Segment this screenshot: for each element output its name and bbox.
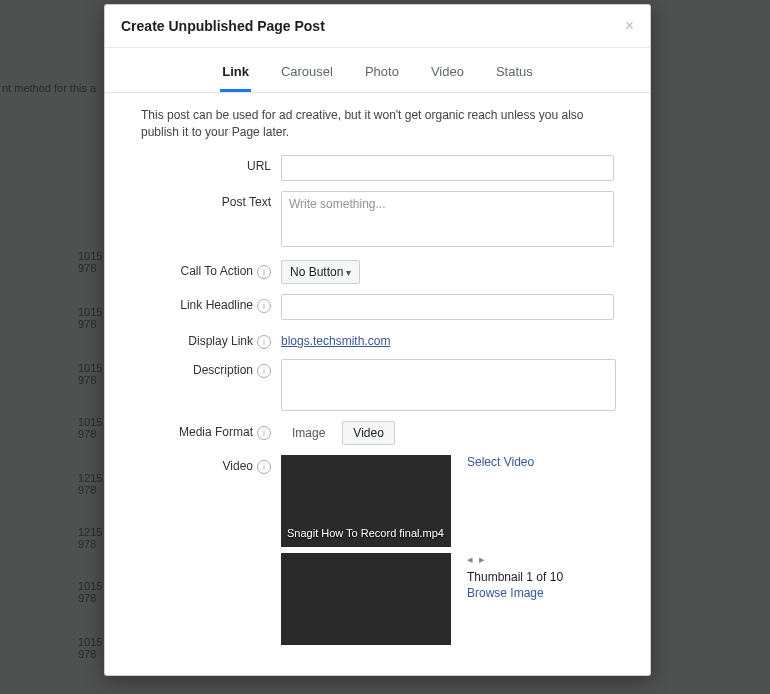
- pager-prev-icon[interactable]: ◂: [467, 553, 473, 566]
- tab-carousel[interactable]: Carousel: [279, 58, 335, 92]
- description-input[interactable]: [281, 359, 616, 411]
- media-tab-image[interactable]: Image: [281, 421, 336, 445]
- cta-dropdown[interactable]: No Button: [281, 260, 360, 284]
- info-icon: i: [257, 299, 271, 313]
- info-icon: i: [257, 335, 271, 349]
- tab-photo[interactable]: Photo: [363, 58, 401, 92]
- info-icon: i: [257, 460, 271, 474]
- modal-header: Create Unpublished Page Post ×: [105, 5, 650, 48]
- video-thumbnail-main[interactable]: Snagit How To Record final.mp4: [281, 455, 451, 547]
- pager-next-icon[interactable]: ▸: [479, 553, 485, 566]
- info-icon: i: [257, 364, 271, 378]
- info-note: This post can be used for ad creative, b…: [141, 107, 614, 141]
- close-icon[interactable]: ×: [625, 17, 634, 35]
- label-media-format: Media Formati: [141, 421, 281, 440]
- video-file-title: Snagit How To Record final.mp4: [287, 526, 444, 540]
- headline-input[interactable]: [281, 294, 614, 320]
- display-link-value[interactable]: blogs.techsmith.com: [281, 334, 390, 348]
- select-video-link[interactable]: Select Video: [467, 455, 534, 469]
- label-headline: Link Headlinei: [141, 294, 281, 313]
- media-tab-video[interactable]: Video: [342, 421, 394, 445]
- info-icon: i: [257, 265, 271, 279]
- post-type-tabs: Link Carousel Photo Video Status: [105, 48, 650, 93]
- tab-link[interactable]: Link: [220, 58, 251, 92]
- label-post-text: Post Text: [141, 191, 281, 209]
- browse-image-link[interactable]: Browse Image: [467, 586, 563, 600]
- label-display-link: Display Linki: [141, 330, 281, 349]
- media-format-tabs: Image Video: [281, 421, 614, 445]
- label-url: URL: [141, 155, 281, 173]
- thumbnail-pager: ◂ ▸: [467, 553, 563, 566]
- thumbnail-counter: Thumbnail 1 of 10: [467, 570, 563, 584]
- label-cta: Call To Actioni: [141, 260, 281, 279]
- url-input[interactable]: [281, 155, 614, 181]
- create-post-modal: Create Unpublished Page Post × Link Caro…: [104, 4, 651, 676]
- label-video: Videoi: [141, 455, 281, 474]
- info-icon: i: [257, 426, 271, 440]
- tab-video[interactable]: Video: [429, 58, 466, 92]
- modal-title: Create Unpublished Page Post: [121, 18, 625, 34]
- label-description: Descriptioni: [141, 359, 281, 378]
- tab-status[interactable]: Status: [494, 58, 535, 92]
- video-thumbnail-preview[interactable]: [281, 553, 451, 645]
- post-text-input[interactable]: [281, 191, 614, 247]
